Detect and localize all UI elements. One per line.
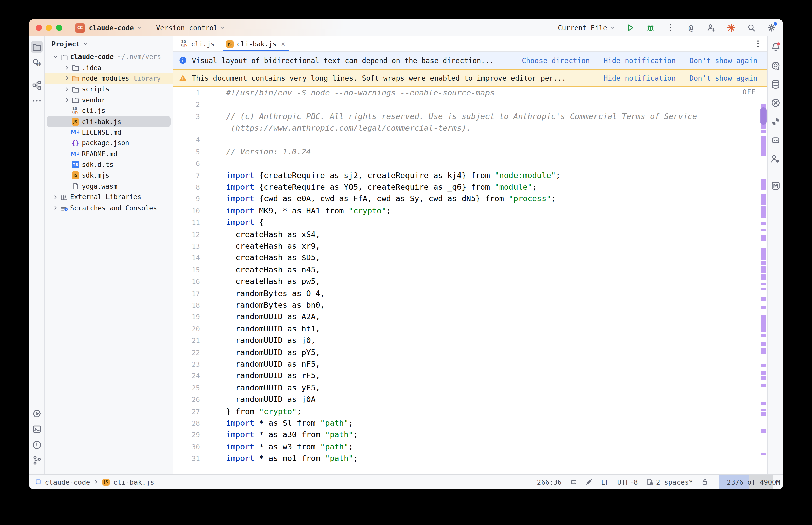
chevron-right-icon[interactable] [62,75,71,82]
line-number: 18 [173,301,200,309]
banner-link-don-t-show-again[interactable]: Don't show again [689,56,757,64]
indent-widget[interactable]: 2 spaces* [646,478,693,486]
editor-scrollbar[interactable] [759,87,767,474]
spark-icon[interactable] [726,22,737,33]
unlocked-icon[interactable] [701,478,709,486]
project-panel-header[interactable]: Project [45,36,173,51]
chevron-right-icon[interactable] [62,86,71,93]
copilot-robot-icon[interactable] [570,478,577,486]
git-branch-icon[interactable] [31,454,43,466]
run-config-label: Current File [558,24,607,32]
code-text: import {cwd as e0A, cwd as FfA, cwd as S… [200,194,556,204]
mention-at-icon[interactable]: @ [685,22,696,33]
scrollbar-thumb[interactable] [760,107,767,124]
svg-text:?: ? [37,61,39,66]
code-text: // (c) Anthropic PBC. All rights reserve… [200,112,697,121]
encoding-widget[interactable]: UTF-8 [617,478,638,486]
chevron-right-icon[interactable] [51,204,60,211]
tab-cli-bak-js[interactable]: JScli-bak.js× [220,36,291,51]
tree-item-cli-js[interactable]: 100JScli.js [45,105,173,116]
chevron-right-icon[interactable] [62,64,71,71]
tree-item-node-modules[interactable]: node_moduleslibrary [45,73,173,84]
settings-gear-icon[interactable] [766,22,777,33]
code-text: randomBytes as bn0, [200,301,325,310]
code-line: 23 randomUUID as nF5, [173,358,759,370]
more-ellipsis-icon[interactable] [31,95,43,107]
memory-indicator[interactable]: 2376 of 4900M [719,475,783,489]
structure-icon[interactable] [31,79,43,91]
add-user-icon[interactable] [706,22,717,33]
debug-bug-icon[interactable] [645,22,656,33]
tree-item-label: LICENSE.md [82,129,121,136]
tree-item-license-md[interactable]: MLICENSE.md [45,127,173,138]
tab-cli-js[interactable]: 100JScli.js [176,36,220,51]
tree-item-readme-md[interactable]: MREADME.md [45,149,173,159]
banner-link-hide-notification[interactable]: Hide notification [604,56,676,64]
search-icon[interactable] [746,22,757,33]
close-window-button[interactable] [36,25,42,31]
caret-position-widget[interactable]: 266:36 [537,478,562,486]
breadcrumb-project[interactable]: claude-code [45,478,90,486]
tree-item-sdk-mjs[interactable]: JSsdk.mjs [45,170,173,181]
vcs-change-mark [761,235,766,241]
tree-item--idea[interactable]: .idea [45,62,173,73]
banner-link-don-t-show-again[interactable]: Don't show again [689,74,757,82]
highlighting-level-widget[interactable]: OFF [743,88,756,96]
version-control-menu[interactable]: Version control [156,24,226,32]
project-folder-icon[interactable] [31,41,43,53]
tree-item-label: README.md [82,150,117,158]
code-text: randomUUID as ht1, [200,324,320,333]
chevron-right-icon[interactable] [51,194,60,201]
circles-question-icon[interactable]: ? [31,57,43,69]
code-line: 4 [173,134,759,146]
banner-link-choose-direction[interactable]: Choose direction [522,56,590,64]
terminal-icon[interactable] [31,423,43,435]
run-play-icon[interactable] [625,22,636,33]
vcs-change-mark [761,126,766,129]
code-text: randomUUID as j0, [200,336,316,345]
zoom-window-button[interactable] [56,25,62,31]
ts-icon: TS [71,161,80,168]
vcs-change-mark [761,402,766,405]
notifications-bell-icon[interactable] [769,41,781,53]
chevron-right-icon[interactable] [62,96,71,104]
database-icon[interactable] [769,78,781,90]
project-menu[interactable]: claude-code [89,24,142,32]
line-number: 19 [173,313,200,321]
line-number: 31 [173,455,200,463]
run-services-icon[interactable] [31,407,43,420]
m-plugin-icon[interactable] [769,180,781,192]
run-configuration-selector[interactable]: Current File [558,24,616,32]
line-ending-widget[interactable]: LF [601,478,609,486]
tree-item-label: sdk.mjs [82,172,109,179]
line-number: 21 [173,336,200,344]
no-inspections-icon[interactable] [586,478,593,486]
problems-icon[interactable] [31,439,43,451]
line-number: 3 [173,112,200,120]
user-chat-icon[interactable] [769,153,781,165]
tab-options-icon[interactable] [753,36,767,51]
tree-item-cli-bak-js[interactable]: JScli-bak.js [47,116,171,127]
tree-item-external-libraries[interactable]: External Libraries [45,192,173,202]
line-number: 29 [173,431,200,439]
tree-item-package-json[interactable]: {}package.json [45,138,173,149]
tree-item-sdk-d-ts[interactable]: TSsdk.d.ts [45,159,173,170]
chevron-down-icon[interactable] [51,53,60,60]
tree-item-yoga-wasm[interactable]: yoga.wasm [45,181,173,192]
robot-face-icon[interactable] [769,134,781,146]
breadcrumb-file[interactable]: cli-bak.js [113,478,154,486]
minimize-window-button[interactable] [46,25,52,31]
tree-item-scripts[interactable]: scripts [45,84,173,94]
x-circle-icon[interactable] [769,97,781,109]
tree-item-claude-code[interactable]: claude-code~/.nvm/vers [45,51,173,62]
line-number: 1 [173,89,200,96]
ai-assistant-icon[interactable] [769,60,781,72]
tree-item-vendor[interactable]: vendor [45,94,173,105]
close-tab-icon[interactable]: × [281,40,285,48]
code-line: 20 randomUUID as ht1, [173,323,759,335]
tree-item-scratches-and-consoles[interactable]: Scratches and Consoles [45,202,173,213]
code-editor[interactable]: 1#!/usr/bin/env -S node --no-warnings --… [173,87,767,474]
more-vertical-icon[interactable] [665,22,676,33]
pinwheel-icon[interactable] [769,116,781,127]
banner-link-hide-notification[interactable]: Hide notification [604,74,676,82]
